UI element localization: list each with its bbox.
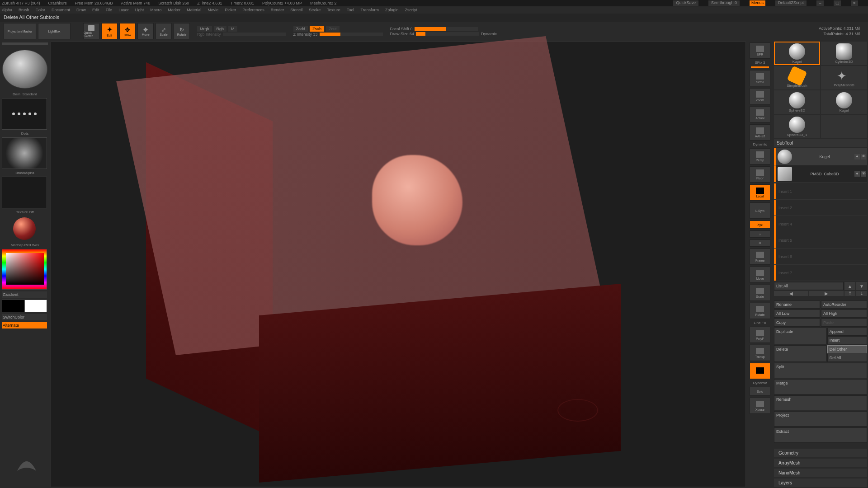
tool-sphere3d[interactable]: Sphere3D (774, 90, 820, 114)
delother-button[interactable]: Del Other (827, 345, 867, 353)
subtool-header[interactable]: SubTool (774, 139, 867, 147)
alpha-preview[interactable] (2, 137, 47, 169)
project-button[interactable]: Project (774, 411, 867, 427)
lsym-button[interactable]: L.Sym (750, 202, 770, 219)
zsub-toggle[interactable]: Zsub (310, 26, 324, 32)
subtool-slot[interactable]: Insert 1 (774, 183, 867, 200)
movetop-button[interactable]: ⤒ (844, 291, 855, 296)
split-button[interactable]: Split (774, 363, 867, 378)
menu-light[interactable]: Light (135, 8, 144, 12)
tool-kugel[interactable]: Kugel (774, 42, 820, 65)
secondary-color-swatch[interactable] (2, 300, 24, 312)
menu-zplugin[interactable]: Zplugin (385, 8, 399, 12)
menu-movie[interactable]: Movie (208, 8, 218, 12)
rotate-button[interactable]: ↻Rotate (174, 23, 190, 39)
menu-macro[interactable]: Macro (150, 8, 161, 12)
m-toggle[interactable]: M (228, 26, 237, 32)
menu-document[interactable]: Document (52, 8, 70, 12)
append-button[interactable]: Append (827, 328, 867, 336)
floor-button[interactable]: Floor (750, 166, 770, 183)
primary-color-swatch[interactable] (24, 300, 47, 312)
local-button[interactable]: Local (750, 184, 770, 201)
menu-stencil[interactable]: Stencil (290, 8, 302, 12)
dynamic-label[interactable]: Dynamic (481, 32, 497, 36)
switchcolor-button[interactable]: SwitchColor (2, 314, 47, 320)
allhigh-button[interactable]: All High (821, 310, 867, 318)
menu-draw[interactable]: Draw (76, 8, 86, 12)
rotate2-button[interactable]: Rotate (750, 303, 770, 319)
tool-empty[interactable] (821, 115, 867, 138)
alllow-button[interactable]: All Low (774, 310, 820, 318)
menus-toggle[interactable]: Menus (750, 0, 765, 6)
movehand-button[interactable]: Move (750, 267, 770, 283)
menu-texture[interactable]: Texture (327, 8, 340, 12)
draw-size-slider[interactable] (416, 32, 479, 36)
scroll-button[interactable]: Scroll (750, 70, 770, 86)
bpr-button[interactable]: BPR (750, 42, 770, 59)
layers-section[interactable]: Layers (774, 479, 867, 487)
draw-button[interactable]: ✥Draw (119, 23, 136, 39)
remesh-button[interactable]: Remesh (774, 395, 867, 411)
autoreorder-button[interactable]: AutoReorder (821, 300, 867, 309)
menu-transform[interactable]: Transform (360, 8, 379, 12)
z-intensity-slider[interactable] (320, 33, 383, 36)
window-min-icon[interactable]: – (816, 0, 824, 6)
nav-next[interactable]: ▶ (809, 291, 844, 296)
move-button[interactable]: ✥Move (137, 23, 154, 39)
subtool-item-kugel[interactable]: Kugel ●👁 (774, 148, 867, 165)
zscript-label[interactable]: DefaultZScript (775, 0, 807, 6)
xyz-button[interactable]: Xyz (750, 221, 770, 229)
movebottom-button[interactable]: ⤓ (856, 291, 867, 296)
tool-polymesh[interactable]: ✦PolyMesh3D (821, 66, 867, 89)
aahalf-button[interactable]: AAHalf (750, 124, 770, 141)
delete-button[interactable]: Delete (774, 345, 826, 362)
paint-icon[interactable]: ● (854, 154, 860, 160)
tool-simplebrush[interactable]: SimpleBrush (774, 66, 820, 89)
menu-marker[interactable]: Marker (168, 8, 180, 12)
menu-color[interactable]: Color (36, 8, 46, 12)
seethrough-slider[interactable]: See-through 0 (708, 0, 740, 6)
persp-button[interactable]: Persp (750, 148, 770, 164)
copy-button[interactable]: Copy (774, 319, 820, 327)
menu-render[interactable]: Render (271, 8, 284, 12)
brush-preview[interactable] (2, 50, 47, 89)
subtool-slot[interactable]: Insert 7 (774, 265, 867, 281)
zcut-toggle[interactable]: Zcut (326, 26, 340, 32)
tool-cylinder[interactable]: Cylinder3D (821, 42, 867, 65)
geometry-section[interactable]: Geometry (774, 449, 867, 457)
polyf-button[interactable]: PolyF (750, 327, 770, 343)
eye-icon[interactable]: 👁 (861, 154, 866, 160)
alternate-button[interactable]: Alternate (2, 322, 47, 328)
xpose-button[interactable]: Xpose (750, 398, 770, 414)
menu-edit[interactable]: Edit (92, 8, 99, 12)
menu-zscript[interactable]: Zscript (405, 8, 417, 12)
eye-icon[interactable]: 👁 (861, 171, 866, 177)
paint-icon[interactable]: ● (854, 171, 860, 177)
texture-preview[interactable] (2, 177, 47, 208)
extract-button[interactable]: Extract (774, 427, 867, 443)
delall-button[interactable]: Del All (827, 354, 867, 362)
menu-file[interactable]: File (106, 8, 113, 12)
color-picker[interactable] (2, 249, 47, 290)
subtool-slot[interactable]: Insert 4 (774, 216, 867, 232)
merge-button[interactable]: Merge (774, 379, 867, 394)
duplicate-button[interactable]: Duplicate (774, 328, 826, 344)
zoom-button[interactable]: Zoom (750, 88, 770, 104)
spix-slider[interactable]: SPix 3 (755, 61, 765, 65)
moveup-button[interactable]: ▲ (844, 282, 855, 290)
subtool-slot[interactable]: Insert 5 (774, 232, 867, 249)
zadd-toggle[interactable]: Zadd (293, 26, 308, 32)
focal-shift-slider[interactable] (415, 27, 478, 31)
paste-button[interactable]: Paste (821, 319, 867, 327)
frame-button[interactable]: Frame (750, 249, 770, 265)
scale-button[interactable]: ⤢Scale (156, 23, 172, 39)
stroke-preview[interactable] (2, 98, 47, 130)
pivot-button[interactable]: ○ (750, 230, 770, 238)
window-max-icon[interactable]: ▢ (834, 0, 841, 6)
solo-button[interactable]: Solo (750, 387, 770, 396)
quicksketch-button[interactable]: Quick Sketch (83, 23, 99, 39)
menu-picker[interactable]: Picker (225, 8, 236, 12)
center-button[interactable]: ⊙ (750, 239, 770, 247)
lightbox-button[interactable]: LightBox (38, 23, 71, 39)
menu-brush[interactable]: Brush (19, 8, 29, 12)
